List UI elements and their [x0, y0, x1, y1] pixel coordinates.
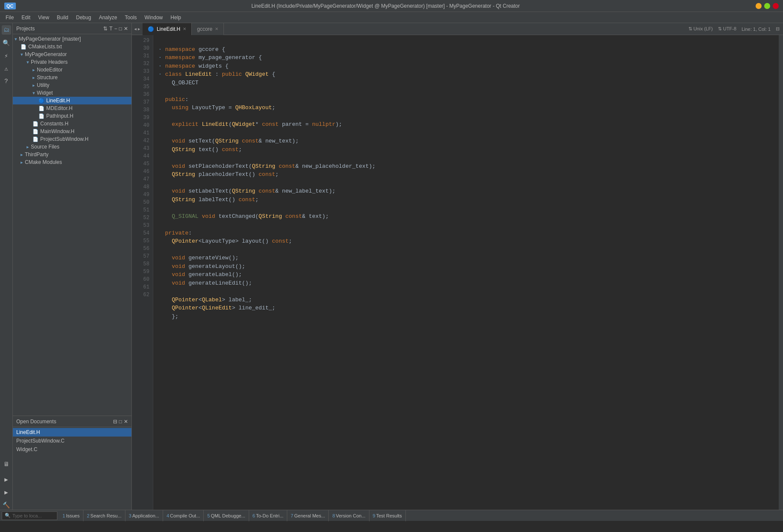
tab-lineedit-h[interactable]: 🔵 LineEdit.H ✕	[143, 23, 192, 35]
code-line-29	[158, 37, 779, 45]
menu-debug[interactable]: Debug	[73, 13, 95, 22]
tree-item-structure[interactable]: ▸ Structure	[13, 74, 131, 81]
tab-back-arrow[interactable]: ◂	[134, 25, 137, 33]
editor-area: ◂ ▸ 🔵 LineEdit.H ✕ gccore ✕ ⇅ Unix (LF) …	[132, 23, 783, 510]
status-tab-issues[interactable]: 1 Issues	[59, 510, 83, 521]
close-panel-icon[interactable]: ✕	[124, 26, 128, 32]
code-line-39: explicit LineEdit(QWidget* const parent …	[158, 120, 779, 129]
status-tab-search[interactable]: 2 Search Resu...	[83, 510, 125, 521]
doc-item-lineedit[interactable]: LineEdit.H	[13, 428, 131, 437]
constants-label: Constants.H	[40, 121, 68, 127]
tree-item-source-files[interactable]: ▸ Source Files	[13, 143, 131, 151]
tree-item-cmakelists[interactable]: 📄 CMakeLists.txt	[13, 43, 131, 51]
tree-item-utility[interactable]: ▸ Utility	[13, 81, 131, 89]
pathinput-icon: 📄	[39, 113, 45, 119]
tree-item-thirdparty[interactable]: ▸ ThirdParty	[13, 151, 131, 158]
tree-item-private-headers[interactable]: ▾ Private Headers	[13, 58, 131, 66]
vertical-scrollbar[interactable]	[779, 35, 783, 510]
sidebar-icon-projects[interactable]: 🗂	[2, 25, 11, 35]
code-line-50: Q_SIGNAL void textChanged(QString const&…	[158, 212, 779, 221]
code-line-42: QString text() const;	[158, 146, 779, 154]
tree-item-projectsubwindow-h[interactable]: 📄 ProjectSubWindow.H	[13, 135, 131, 143]
status-tab-version[interactable]: 8 Version Con...	[329, 510, 369, 521]
open-docs-expand-icon[interactable]: □	[119, 419, 122, 425]
menu-help[interactable]: Help	[167, 13, 185, 22]
sidebar-icon-search[interactable]: 🔍	[2, 38, 11, 48]
tree-item-lineedit-h[interactable]: 🔵 LineEdit.H	[13, 97, 131, 104]
menu-analyze[interactable]: Analyze	[95, 13, 121, 22]
open-docs-header: Open Documents ⊟ □ ✕	[13, 416, 131, 427]
project-panel-actions: ⇅ T − □ ✕	[103, 26, 128, 32]
sidebar-icon-issues[interactable]: ⚠	[2, 64, 11, 73]
mainwindow-label: MainWindow.H	[40, 128, 74, 134]
app-tab-num: 3	[129, 513, 131, 518]
sidebar-icon-debug-run[interactable]: ▶	[2, 487, 11, 497]
tree-item-root[interactable]: ▾ MyPageGenerator [master]	[13, 35, 131, 43]
widget-label: Widget	[37, 90, 53, 96]
close-button[interactable]	[773, 3, 779, 9]
status-tab-general[interactable]: 7 General Mes...	[287, 510, 329, 521]
sidebar-icon-monitor[interactable]: 🖥	[2, 460, 11, 469]
status-tab-todo[interactable]: 6 To-Do Entri...	[249, 510, 287, 521]
sync-icon[interactable]: ⇅	[103, 26, 107, 32]
menu-edit[interactable]: Edit	[18, 13, 34, 22]
tree-item-mainwindow-h[interactable]: 📄 MainWindow.H	[13, 128, 131, 135]
tab-gccore-close[interactable]: ✕	[215, 27, 218, 31]
menu-tools[interactable]: Tools	[122, 13, 140, 22]
maximize-button[interactable]	[764, 3, 770, 9]
collapse-icon[interactable]: −	[114, 26, 117, 32]
menu-file[interactable]: File	[2, 13, 17, 22]
status-tab-test[interactable]: 9 Test Results	[369, 510, 406, 521]
sidebar-icon-build[interactable]: 🔨	[2, 500, 11, 510]
root-label: MyPageGenerator [master]	[19, 36, 81, 42]
status-tab-qml[interactable]: 5 QML Debugge...	[204, 510, 249, 521]
source-files-icon: ▸	[27, 144, 29, 150]
code-line-33: · class LineEdit : public QWidget {	[158, 70, 779, 79]
status-tab-application[interactable]: 3 Application...	[125, 510, 163, 521]
tree-item-widget[interactable]: ▾ Widget	[13, 89, 131, 97]
status-search-box[interactable]: 🔍 Type to loca...	[2, 511, 57, 520]
private-headers-label: Private Headers	[31, 59, 68, 65]
widget-icon: ▾	[33, 90, 35, 96]
filter-icon[interactable]: T	[109, 26, 112, 32]
mdeditor-icon: 📄	[39, 106, 45, 111]
projectsubwindow-icon: 📄	[33, 137, 39, 142]
search-tab-label: Search Resu...	[90, 513, 122, 518]
status-tab-compile[interactable]: 4 Compile Out...	[163, 510, 204, 521]
tab-lineedit-close[interactable]: ✕	[183, 27, 186, 31]
sidebar-icon-locator[interactable]: ⚡	[2, 51, 11, 60]
status-line-ending: ⇅ Unix (LF)	[688, 26, 713, 32]
app-tab-label: Application...	[132, 513, 159, 518]
tree-item-mdeditor-h[interactable]: 📄 MDEditor.H	[13, 104, 131, 112]
code-line-57: void generateLabel();	[158, 270, 779, 279]
menu-view[interactable]: View	[35, 13, 53, 22]
sidebar-icon-run[interactable]: ▶	[2, 475, 11, 484]
tree-item-cmake-modules[interactable]: ▸ CMake Modules	[13, 158, 131, 166]
open-docs-close-icon[interactable]: ✕	[124, 419, 128, 425]
tab-forward-arrow[interactable]: ▸	[137, 25, 140, 33]
tree-item-nodeeditor[interactable]: ▸ NodeEditor	[13, 66, 131, 74]
code-editor[interactable]: · namespace gccore { · namespace my_page…	[153, 35, 779, 510]
code-line-51	[158, 220, 779, 229]
sidebar-icon-help[interactable]: ?	[2, 77, 11, 86]
minimize-button[interactable]	[756, 3, 762, 9]
doc-item-projectsubwindow[interactable]: ProjectSubWindow.C	[13, 437, 131, 445]
project-panel-header: Projects ⇅ T − □ ✕	[13, 23, 131, 34]
expand-icon[interactable]: □	[119, 26, 122, 32]
code-line-43	[158, 154, 779, 162]
menu-build[interactable]: Build	[54, 13, 72, 22]
compile-tab-num: 4	[167, 513, 169, 518]
projectsubwindow-label: ProjectSubWindow.H	[40, 136, 89, 142]
doc-item-widget-c[interactable]: Widget.C	[13, 445, 131, 454]
tree-item-pathinput-h[interactable]: 📄 PathInput.H	[13, 112, 131, 120]
structure-icon: ▸	[33, 75, 35, 80]
pathinput-label: PathInput.H	[46, 113, 73, 119]
open-docs-split-icon[interactable]: ⊟	[113, 419, 117, 425]
tab-gccore[interactable]: gccore ✕	[192, 23, 224, 35]
tree-item-mypagegenerator[interactable]: ▾ MyPageGenerator	[13, 51, 131, 58]
qml-tab-num: 5	[207, 513, 210, 518]
qml-tab-label: QML Debugge...	[211, 513, 245, 518]
file-tree: ▾ MyPageGenerator [master] 📄 CMakeLists.…	[13, 34, 131, 416]
menu-window[interactable]: Window	[141, 13, 167, 22]
tree-item-constants-h[interactable]: 📄 Constants.H	[13, 120, 131, 128]
